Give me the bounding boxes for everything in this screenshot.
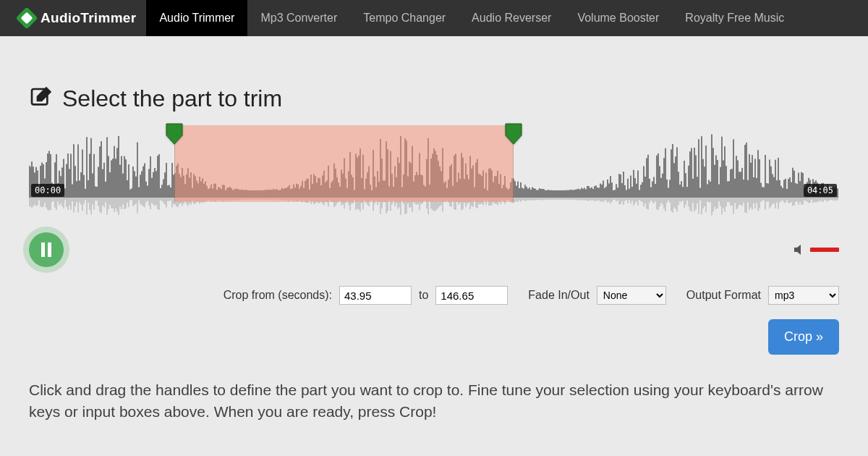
page-heading: Select the part to trim: [29, 85, 839, 112]
brand-logo[interactable]: AudioTrimmer: [19, 10, 136, 26]
to-label: to: [419, 289, 428, 302]
crop-form: Crop from (seconds): to Fade In/Out None…: [29, 286, 839, 305]
selection-handle-right[interactable]: [504, 122, 523, 145]
main-nav: Audio TrimmerMp3 ConverterTempo ChangerA…: [146, 0, 797, 36]
crop-button[interactable]: Crop »: [768, 319, 839, 355]
pause-icon: [40, 242, 53, 257]
format-select[interactable]: mp3: [768, 286, 839, 305]
time-start-badge: 00:00: [31, 184, 64, 197]
volume-icon: [794, 245, 806, 255]
fade-select[interactable]: None: [597, 286, 666, 305]
nav-item[interactable]: Audio Reverser: [459, 0, 564, 36]
top-navbar: AudioTrimmer Audio TrimmerMp3 ConverterT…: [0, 0, 868, 36]
svg-rect-2: [48, 242, 51, 257]
time-end-badge: 04:05: [804, 184, 837, 197]
crop-from-label: Crop from (seconds):: [224, 289, 332, 302]
crop-from-input[interactable]: [339, 286, 412, 305]
fade-label: Fade In/Out: [528, 289, 590, 302]
nav-item[interactable]: Audio Trimmer: [146, 0, 247, 36]
nav-item[interactable]: Royalty Free Music: [672, 0, 797, 36]
edit-icon: [29, 86, 52, 112]
svg-rect-1: [41, 242, 45, 257]
brand-name: AudioTrimmer: [41, 10, 136, 26]
nav-item[interactable]: Mp3 Converter: [247, 0, 350, 36]
waveform-editor[interactable]: 00:00 04:05: [29, 125, 839, 219]
pause-button[interactable]: [29, 232, 64, 267]
logo-icon: [15, 7, 38, 29]
selection-overlay[interactable]: [174, 125, 514, 202]
volume-bar[interactable]: [810, 248, 839, 252]
nav-item[interactable]: Tempo Changer: [350, 0, 459, 36]
heading-text: Select the part to trim: [62, 85, 282, 112]
format-label: Output Format: [686, 289, 761, 302]
crop-to-input[interactable]: [435, 286, 508, 305]
nav-item[interactable]: Volume Booster: [564, 0, 672, 36]
instructions-text: Click and drag the handles to define the…: [29, 379, 839, 423]
selection-handle-left[interactable]: [165, 122, 184, 145]
volume-control[interactable]: [794, 245, 839, 255]
